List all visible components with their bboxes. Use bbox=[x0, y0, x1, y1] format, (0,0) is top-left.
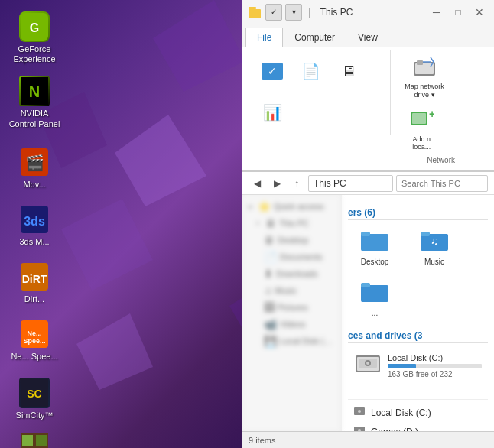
thispc-expand-icon: ▼ bbox=[255, 220, 261, 227]
desktop-icon-dirt[interactable]: DiRT Dirt... bbox=[4, 258, 65, 308]
svg-rect-35 bbox=[417, 60, 423, 65]
drive-c[interactable]: Local Disk (C:) 163 GB free of 232 bbox=[348, 348, 488, 384]
list-item-games[interactable]: Games (D:) bbox=[348, 422, 488, 431]
ribbon-tabs: File Computer View bbox=[242, 24, 494, 47]
map-network-drive-btn[interactable]: Map networkdrive ▾ bbox=[400, 53, 449, 102]
bottom-drive-list: Local Disk (C:) Games (D:) bbox=[348, 399, 488, 431]
svg-rect-43 bbox=[421, 232, 430, 236]
music-nav-label: Music bbox=[275, 286, 297, 295]
ribbon-properties-btn[interactable]: 📊 bbox=[255, 94, 290, 132]
tab-file[interactable]: File bbox=[245, 28, 283, 47]
minimize-button[interactable]: ─ bbox=[428, 4, 445, 21]
folder-desktop[interactable]: Desktop bbox=[348, 225, 401, 270]
list-drive-c-label: Local Disk (C:) bbox=[371, 407, 431, 418]
window-title: This PC bbox=[320, 7, 353, 18]
documents-icon: 📄 bbox=[264, 251, 277, 263]
add-network-location-btn[interactable]: + Add nloca... bbox=[400, 106, 443, 155]
back-button[interactable]: ◀ bbox=[249, 175, 265, 192]
folders-grid: Desktop ♫ Music bbox=[348, 225, 488, 321]
check-icon: ✓ bbox=[262, 63, 283, 80]
list-drive-c-icon bbox=[354, 406, 366, 419]
geforce-label: GeForce Experience bbox=[8, 44, 61, 64]
svg-rect-31 bbox=[249, 9, 261, 18]
desktop-icon-needspeed[interactable]: Ne... Spee... Ne... Spee... bbox=[4, 315, 65, 365]
nav-music[interactable]: ♫ Music bbox=[242, 282, 341, 299]
quick-access-ribbon-btn[interactable]: ▾ bbox=[285, 4, 302, 21]
quick-access-label: Quick access bbox=[274, 202, 323, 211]
movies-label: Mov... bbox=[23, 180, 45, 190]
music-folder-icon: ♫ bbox=[421, 228, 448, 256]
svg-text:Spee...: Spee... bbox=[23, 337, 45, 345]
svg-point-51 bbox=[366, 362, 369, 365]
new-folder-icon: 📄 bbox=[301, 63, 320, 79]
nav-downloads[interactable]: ⬇ Downloads bbox=[242, 265, 341, 282]
dirt-label: Dirt... bbox=[24, 294, 44, 304]
svg-text:N: N bbox=[29, 83, 40, 100]
desktop-nav-label: Desktop bbox=[278, 235, 308, 245]
svg-text:Ne...: Ne... bbox=[27, 330, 41, 337]
up-button[interactable]: ↑ bbox=[288, 175, 305, 192]
nav-local-disk-c[interactable]: 💾 Local Disk (C:) bbox=[242, 333, 341, 349]
search-input[interactable] bbox=[396, 175, 488, 192]
nav-pictures[interactable]: 🖼 Pictures bbox=[242, 299, 341, 316]
svg-text:SC: SC bbox=[27, 388, 41, 400]
list-item-local-disk[interactable]: Local Disk (C:) bbox=[348, 403, 488, 422]
simcity-icon: SC bbox=[19, 378, 50, 408]
forward-button[interactable]: ▶ bbox=[268, 175, 285, 192]
ribbon-action-buttons: ✓ 📄 🖥 📊 bbox=[255, 53, 384, 132]
svg-marker-2 bbox=[115, 115, 206, 206]
desktop-icon-geforce[interactable]: G GeForce Experience bbox=[4, 8, 65, 68]
open-icon: 🖥 bbox=[341, 63, 356, 79]
videos-label: Videos bbox=[280, 320, 305, 329]
nav-documents[interactable]: 📄 Documents bbox=[242, 248, 341, 265]
address-bar: ◀ ▶ ↑ This PC bbox=[242, 172, 494, 195]
nav-videos[interactable]: 📹 Videos bbox=[242, 316, 341, 333]
ribbon-new-folder-btn[interactable]: 📄 bbox=[293, 53, 328, 91]
disk-c-icon: 💾 bbox=[264, 335, 277, 347]
desktop-icon-movies[interactable]: 🎬 Mov... bbox=[4, 143, 65, 193]
maximize-button[interactable]: □ bbox=[450, 4, 466, 21]
desktop-icon-3dsmax[interactable]: 3ds 3ds M... bbox=[4, 200, 65, 251]
quick-access-check-btn[interactable]: ✓ bbox=[265, 4, 282, 21]
desktop-folder-icon bbox=[361, 228, 388, 256]
tab-computer[interactable]: Computer bbox=[283, 28, 346, 47]
title-separator: | bbox=[308, 6, 311, 18]
svg-text:♫: ♫ bbox=[431, 235, 439, 247]
nav-this-pc[interactable]: ▼ 🖥 This PC bbox=[242, 215, 341, 232]
title-bar: ✓ ▾ | This PC ─ □ ✕ bbox=[242, 0, 494, 24]
desktop-icons-container: G GeForce Experience N NVIDIA Control Pa… bbox=[0, 0, 69, 448]
properties-icon: 📊 bbox=[263, 105, 282, 120]
close-button[interactable]: ✕ bbox=[471, 4, 488, 21]
pictures-icon: 🖼 bbox=[264, 301, 275, 313]
devices-section-header: ces and drives (3 bbox=[348, 330, 488, 343]
ribbon-open-btn[interactable]: 🖥 bbox=[331, 53, 366, 91]
drive-c-bar bbox=[388, 364, 416, 368]
ribbon: File Computer View ✓ 📄 🖥 bbox=[242, 24, 494, 172]
folder-extra1[interactable]: ... bbox=[348, 276, 401, 321]
desktop-icon-minecraft[interactable]: Minecraft bbox=[4, 428, 65, 448]
ribbon-group-actions: ✓ 📄 🖥 📊 bbox=[249, 50, 391, 135]
3dsmax-label: 3ds M... bbox=[19, 237, 49, 247]
file-list: ers (6) Desktop bbox=[342, 195, 494, 431]
desktop-nav-icon: 🖥 bbox=[264, 234, 275, 246]
nav-desktop[interactable]: 🖥 Desktop bbox=[242, 232, 341, 248]
desktop-icon-simcity[interactable]: SC SimCity™ bbox=[4, 374, 65, 424]
svg-point-53 bbox=[358, 410, 361, 413]
disk-c-label: Local Disk (C:) bbox=[280, 336, 335, 346]
network-group-label: Network bbox=[427, 156, 455, 164]
svg-marker-3 bbox=[61, 199, 153, 291]
desktop-icon-nvidia[interactable]: N NVIDIA Control Panel bbox=[4, 72, 65, 132]
needspeed-label: Ne... Spee... bbox=[11, 352, 57, 362]
svg-text:G: G bbox=[30, 21, 39, 34]
folder-extra1-icon bbox=[361, 279, 388, 307]
address-input[interactable]: This PC bbox=[308, 175, 393, 192]
svg-marker-7 bbox=[76, 313, 153, 390]
ribbon-group-network: Map networkdrive ▾ + Add nloca... bbox=[394, 50, 488, 167]
nav-quick-access[interactable]: ▶ ⭐ Quick access bbox=[242, 198, 341, 215]
folder-music[interactable]: ♫ Music bbox=[408, 225, 461, 270]
tab-view[interactable]: View bbox=[346, 28, 389, 47]
svg-rect-41 bbox=[361, 234, 388, 251]
ribbon-check-btn[interactable]: ✓ bbox=[255, 53, 290, 91]
svg-text:3ds: 3ds bbox=[24, 215, 45, 228]
nvidia-icon: N bbox=[19, 76, 50, 106]
